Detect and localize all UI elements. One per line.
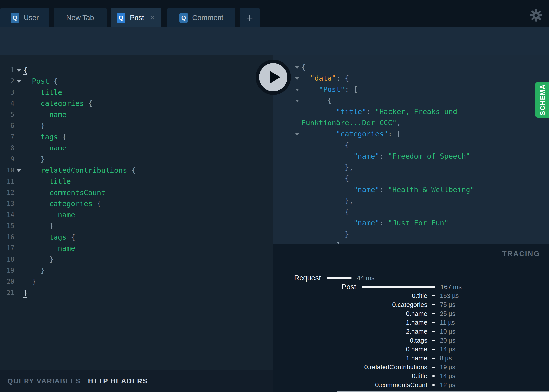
schema-tab-label: SCHEMA — [539, 84, 547, 115]
chevron-down-icon[interactable] — [295, 66, 299, 69]
code-token: { — [58, 133, 67, 141]
editor-line[interactable]: 14 name — [0, 209, 273, 220]
response-line: { — [273, 173, 549, 184]
chevron-down-icon[interactable] — [295, 77, 299, 80]
tracing-row: 1.name8 µs — [273, 354, 549, 363]
chevron-down-icon[interactable] — [295, 89, 299, 91]
code-token: { — [67, 233, 75, 241]
query-badge: Q — [117, 13, 125, 23]
tracing-duration: 8 µs — [440, 355, 452, 362]
code-token: title — [49, 177, 71, 186]
code-token — [23, 88, 41, 97]
code-token: "categories" — [336, 130, 388, 138]
tab-label: New Tab — [66, 14, 94, 22]
code-text: }, — [302, 163, 354, 172]
line-number: 3 — [0, 89, 14, 96]
fold-slot — [293, 88, 302, 91]
code-token — [23, 244, 58, 252]
execute-query-button[interactable] — [256, 60, 291, 95]
editor-line[interactable]: 9 } — [0, 153, 273, 165]
tracing-bar — [432, 322, 435, 323]
editor-line[interactable]: 18 } — [0, 254, 273, 265]
new-tab-button[interactable]: + — [240, 8, 260, 27]
tracing-bar — [432, 304, 435, 305]
settings-button[interactable] — [530, 9, 543, 22]
play-icon — [270, 71, 280, 83]
chevron-down-icon[interactable] — [17, 69, 21, 72]
editor-line[interactable]: 2 Post { — [0, 75, 273, 87]
close-icon[interactable]: ✕ — [150, 14, 155, 22]
tab-query-variables[interactable]: QUERY VARIABLES — [7, 377, 81, 385]
chevron-down-icon[interactable] — [17, 80, 21, 83]
line-number: 2 — [0, 77, 14, 85]
code-text: name — [23, 144, 67, 152]
tracing-bar — [432, 358, 435, 359]
code-token: Post — [32, 77, 49, 85]
tab-http-headers[interactable]: HTTP HEADERS — [88, 377, 148, 385]
editor-line[interactable]: 12 commentsCount — [0, 187, 273, 198]
editor-line[interactable]: 21} — [0, 287, 273, 298]
code-token: tags — [49, 233, 67, 241]
code-token: } — [23, 155, 45, 163]
chevron-down-icon[interactable] — [295, 100, 299, 102]
editor-line[interactable]: 1{ — [0, 64, 273, 75]
tab-user[interactable]: QUser — [0, 8, 49, 27]
code-token — [23, 199, 49, 208]
code-text: } — [23, 255, 54, 264]
response-line: "name": "Health & Wellbeing" — [273, 184, 549, 195]
tracing-duration: 11 µs — [440, 319, 455, 326]
response-line: Funktionäre...Der CCC", — [273, 117, 549, 128]
tracing-duration: 44 ms — [357, 274, 375, 282]
tab-new-tab[interactable]: New Tab — [54, 8, 107, 27]
editor-line[interactable]: 5 name — [0, 109, 273, 120]
editor-line[interactable]: 15 } — [0, 220, 273, 231]
code-token: { — [302, 141, 349, 149]
code-token: "Just For Fun" — [388, 219, 448, 227]
tab-post[interactable]: QPost✕ — [111, 8, 161, 27]
tracing-label: 1.name — [273, 319, 427, 326]
chevron-down-icon[interactable] — [295, 133, 299, 136]
editor-line[interactable]: 7 tags { — [0, 131, 273, 142]
editor-line[interactable]: 20 } — [0, 276, 273, 287]
tracing-bar — [432, 340, 435, 341]
editor-line[interactable]: 11 title — [0, 176, 273, 187]
code-token: : — [366, 107, 375, 116]
editor-line[interactable]: 6 } — [0, 120, 273, 131]
schema-side-tab[interactable]: SCHEMA — [535, 82, 549, 118]
line-number: 6 — [0, 122, 14, 129]
tracing-label: 0.commentsCount — [273, 381, 427, 389]
code-token: : { — [336, 74, 349, 82]
editor-line[interactable]: 4 categories { — [0, 98, 273, 109]
code-text: "name": "Freedom of Speech" — [302, 152, 470, 160]
line-number: 15 — [0, 222, 14, 230]
code-token — [302, 185, 354, 194]
code-token: { — [84, 99, 92, 108]
code-text: { — [302, 141, 349, 149]
chevron-down-icon[interactable] — [17, 169, 21, 172]
tab-comment[interactable]: QComment — [167, 8, 235, 27]
code-text: commentsCount — [23, 188, 106, 197]
response-line: "name": "Freedom of Speech" — [273, 150, 549, 162]
editor-line[interactable]: 8 name — [0, 142, 273, 153]
code-text: } — [23, 155, 45, 163]
horizontal-scrollbar[interactable] — [337, 391, 549, 392]
editor-line[interactable]: 16 tags { — [0, 231, 273, 243]
code-text: ] — [302, 241, 340, 244]
tracing-label: Request — [273, 274, 321, 282]
editor-line[interactable]: 3 title — [0, 87, 273, 98]
editor-line[interactable]: 19 } — [0, 265, 273, 276]
tracing-row: 0.tags20 µs — [273, 336, 549, 345]
editor-line[interactable]: 10 relatedContributions { — [0, 165, 273, 176]
code-token: "Health & Wellbeing" — [388, 185, 474, 194]
line-number: 21 — [0, 289, 14, 296]
code-token — [23, 144, 49, 152]
editor-line[interactable]: 17 name — [0, 243, 273, 254]
tracing-row: 2.name10 µs — [273, 327, 549, 336]
code-token: { — [302, 96, 332, 105]
query-editor-pane[interactable]: 1{2 Post {3 title4 categories {5 name6 }… — [0, 55, 273, 370]
response-line: "data": { — [273, 73, 549, 84]
code-token: : — [379, 219, 388, 227]
code-token: relatedContributions — [41, 166, 127, 174]
editor-line[interactable]: 13 categories { — [0, 198, 273, 209]
graphql-playground-window: QUserNew TabQPost✕QComment + — [0, 0, 549, 392]
